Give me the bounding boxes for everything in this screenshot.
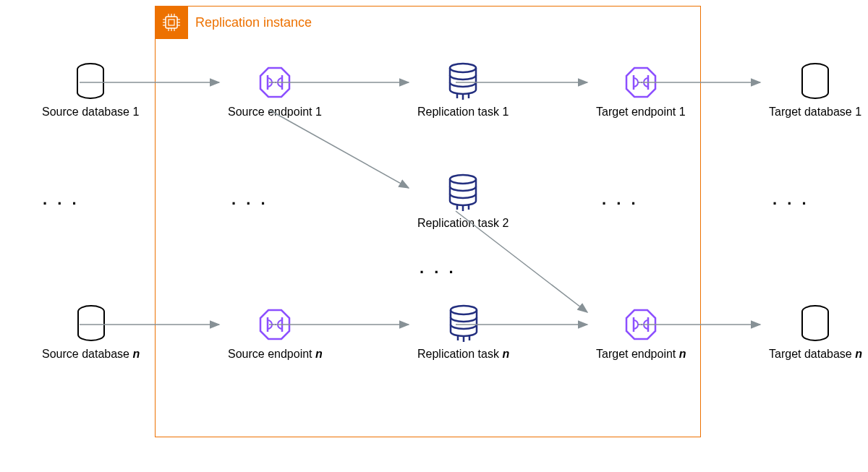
replication-task-2-label: Replication task 2 <box>417 217 509 230</box>
source-database-n-label: Source database n <box>42 348 140 361</box>
task-icon <box>447 173 479 211</box>
source-database-1-label: Source database 1 <box>42 106 139 119</box>
svg-point-17 <box>450 64 476 72</box>
container-title: Replication instance <box>195 15 312 30</box>
target-database-1-label: Target database 1 <box>769 106 861 119</box>
database-icon <box>75 62 106 100</box>
target-endpoint-1-label: Target endpoint 1 <box>596 106 686 119</box>
container-header: Replication instance <box>155 6 312 39</box>
replication-task-n-label: Replication task n <box>417 348 509 361</box>
endpoint-icon <box>258 307 292 342</box>
source-endpoint-n: Source endpoint n <box>228 307 323 361</box>
svg-point-24 <box>450 175 476 184</box>
ellipsis: . . . <box>420 259 456 278</box>
replication-task-2: Replication task 2 <box>417 173 509 230</box>
database-icon <box>75 304 107 342</box>
endpoint-icon <box>624 65 658 100</box>
task-icon <box>447 62 479 100</box>
replication-task-n: Replication task n <box>417 304 509 361</box>
endpoint-icon <box>258 65 292 100</box>
target-endpoint-n: Target endpoint n <box>596 307 686 361</box>
svg-rect-1 <box>169 20 174 25</box>
target-endpoint-1: Target endpoint 1 <box>596 65 686 119</box>
ellipsis: . . . <box>43 190 80 209</box>
source-endpoint-1: Source endpoint 1 <box>228 65 322 119</box>
replication-task-1: Replication task 1 <box>417 62 509 119</box>
target-endpoint-n-label: Target endpoint n <box>596 348 686 361</box>
source-endpoint-1-label: Source endpoint 1 <box>228 106 322 119</box>
ellipsis: . . . <box>231 190 268 209</box>
source-database-1: Source database 1 <box>42 62 139 119</box>
source-database-n: Source database n <box>42 304 140 361</box>
target-database-n: Target database n <box>769 304 862 361</box>
database-icon <box>799 304 831 342</box>
ellipsis: . . . <box>602 190 639 209</box>
replication-task-1-label: Replication task 1 <box>417 106 509 119</box>
svg-point-31 <box>451 306 477 314</box>
ellipsis: . . . <box>773 190 809 209</box>
chip-icon <box>155 6 188 39</box>
endpoint-icon <box>624 307 658 342</box>
task-icon <box>448 304 480 342</box>
svg-rect-0 <box>166 17 177 28</box>
target-database-n-label: Target database n <box>769 348 862 361</box>
database-icon <box>799 62 831 100</box>
target-database-1: Target database 1 <box>769 62 861 119</box>
source-endpoint-n-label: Source endpoint n <box>228 348 323 361</box>
